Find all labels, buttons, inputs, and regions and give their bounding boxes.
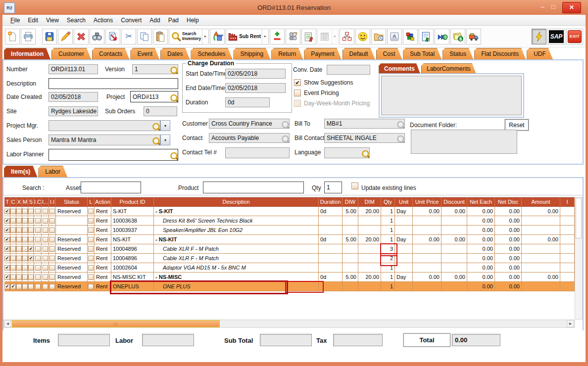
- cell-duration[interactable]: 0d: [319, 207, 343, 216]
- cell-action[interactable]: Rent: [95, 254, 111, 263]
- cell-unit[interactable]: Day: [395, 273, 413, 282]
- row-checkbox[interactable]: [28, 218, 34, 224]
- table-row-7[interactable]: ✔ReservedRent10002604Adaptor VGA HD15 M …: [4, 263, 572, 273]
- cell-description[interactable]: - NS-KIT: [154, 235, 319, 244]
- cell-l[interactable]: [88, 235, 95, 244]
- cell-diw[interactable]: [343, 226, 358, 235]
- flash-button[interactable]: [532, 29, 546, 45]
- search-inventory-button[interactable]: SearchInventory▼: [169, 29, 209, 45]
- vertical-scrollbar[interactable]: [575, 197, 583, 320]
- row-checkbox[interactable]: [28, 284, 34, 289]
- row-checkbox-cell[interactable]: [28, 282, 34, 291]
- cell-status[interactable]: [56, 226, 88, 235]
- row-checkbox-cell[interactable]: [34, 263, 42, 273]
- row-checkbox[interactable]: [28, 265, 34, 271]
- description-field[interactable]: [49, 78, 178, 89]
- row-checkbox[interactable]: [28, 228, 34, 233]
- sales-person-field[interactable]: Mantra M Mantra: [49, 135, 160, 145]
- row-checkbox[interactable]: [22, 265, 28, 271]
- cell-duration[interactable]: [319, 263, 343, 273]
- row-checkbox-cell[interactable]: ✔: [4, 244, 10, 254]
- row-checkbox-cell[interactable]: ✔: [10, 282, 16, 291]
- comments-tab-laborcomments[interactable]: LaborComments: [421, 63, 476, 74]
- row-checkbox-cell[interactable]: [34, 254, 42, 263]
- cell-product-id[interactable]: NS-MISC KIT: [111, 273, 154, 282]
- row-checkbox[interactable]: ✔: [4, 256, 10, 261]
- row-checkbox[interactable]: ✔: [10, 284, 16, 289]
- cell-discount[interactable]: 0.00: [441, 273, 467, 282]
- row-checkbox[interactable]: [43, 209, 48, 214]
- cell-action[interactable]: Rent: [95, 244, 111, 254]
- cell-diw[interactable]: 5.00: [343, 207, 358, 216]
- row-checkbox[interactable]: [10, 256, 16, 261]
- cell-net-disc[interactable]: 0.00: [495, 273, 522, 282]
- cell-unit[interactable]: Day: [395, 207, 413, 216]
- comments-textarea[interactable]: [381, 76, 522, 115]
- tab-customer[interactable]: Customer: [51, 48, 91, 59]
- menu-file[interactable]: File: [6, 16, 24, 25]
- tab-status[interactable]: Status: [442, 48, 473, 59]
- cell-qty[interactable]: 1: [381, 207, 395, 216]
- update-existing-lines-checkbox[interactable]: [351, 183, 358, 189]
- cell-l[interactable]: [88, 216, 95, 226]
- cell-net-disc[interactable]: 0.00: [495, 244, 522, 254]
- row-checkbox-cell[interactable]: ✔: [4, 282, 10, 291]
- row-checkbox-cell[interactable]: [22, 235, 28, 244]
- menu-actions[interactable]: Actions: [90, 16, 117, 25]
- cell-qty[interactable]: 1: [381, 273, 395, 282]
- cell-unit-price[interactable]: [413, 254, 441, 263]
- cell-duration[interactable]: 0d: [319, 235, 343, 244]
- cell-net-each[interactable]: 0.00: [467, 254, 495, 263]
- row-checkbox[interactable]: [22, 284, 28, 289]
- row-checkbox-cell[interactable]: ✔: [4, 216, 10, 226]
- export-order-button[interactable]: [105, 29, 120, 45]
- row-checkbox-cell[interactable]: [49, 216, 56, 226]
- labor-checkbox[interactable]: [88, 284, 94, 289]
- cell-qty[interactable]: 1: [381, 216, 395, 226]
- table-row-3[interactable]: ✔Rent10003937Speaker/Amplifier JBL Eon 1…: [4, 226, 572, 235]
- add-remove-button[interactable]: [270, 29, 285, 45]
- table-row-5[interactable]: ✔✔ReservedRent10004896Cable XLR F - M Pa…: [4, 244, 572, 254]
- cell-unit-price[interactable]: 0.00: [413, 273, 441, 282]
- project-lookup-icon[interactable]: [169, 92, 177, 101]
- row-checkbox-cell[interactable]: [16, 282, 22, 291]
- cell-action[interactable]: Rent: [95, 226, 111, 235]
- row-checkbox[interactable]: [43, 284, 48, 289]
- row-checkbox-cell[interactable]: [49, 235, 56, 244]
- vertical-scroll-thumb[interactable]: [576, 198, 582, 238]
- row-checkbox[interactable]: [35, 228, 41, 233]
- project-mgr-field[interactable]: [49, 120, 160, 131]
- row-checkbox[interactable]: [49, 274, 55, 280]
- cell-status[interactable]: Reserved: [56, 207, 88, 216]
- row-checkbox-cell[interactable]: [42, 254, 49, 263]
- sap-button[interactable]: SAP: [547, 29, 565, 45]
- row-checkbox[interactable]: [10, 265, 16, 271]
- row-checkbox-cell[interactable]: [42, 216, 49, 226]
- cell-unit-price[interactable]: [413, 226, 441, 235]
- row-checkbox[interactable]: [16, 284, 22, 289]
- cell-unit[interactable]: [395, 244, 413, 254]
- close-button[interactable]: ✕: [562, 2, 581, 13]
- cell-amount[interactable]: [522, 263, 560, 273]
- cell-amount[interactable]: [522, 244, 560, 254]
- cell-amount[interactable]: [522, 282, 560, 291]
- row-checkbox[interactable]: [22, 209, 28, 214]
- menu-convert[interactable]: Convert: [117, 16, 146, 25]
- contact-tel-field[interactable]: [225, 147, 290, 158]
- row-checkbox[interactable]: [35, 265, 41, 271]
- menu-add[interactable]: Add: [146, 16, 164, 25]
- row-checkbox[interactable]: [49, 218, 55, 224]
- cell-description[interactable]: Cable XLR F - M Patch: [154, 244, 319, 254]
- row-checkbox-cell[interactable]: [28, 235, 34, 244]
- row-checkbox[interactable]: ✔: [4, 228, 10, 233]
- row-checkbox-cell[interactable]: [10, 207, 16, 216]
- row-checkbox-cell[interactable]: [16, 273, 22, 282]
- row-checkbox[interactable]: [22, 218, 28, 224]
- cell-status[interactable]: [56, 216, 88, 226]
- row-checkbox-cell[interactable]: [42, 273, 49, 282]
- table-row-9[interactable]: ✔✔ReservedRentONEPLUSONE PLUS10.000.00: [4, 282, 572, 291]
- cell-unit[interactable]: Day: [395, 235, 413, 244]
- assemblies-button[interactable]: [210, 29, 225, 45]
- tab-dates[interactable]: Dates: [160, 48, 190, 59]
- row-checkbox[interactable]: [10, 218, 16, 224]
